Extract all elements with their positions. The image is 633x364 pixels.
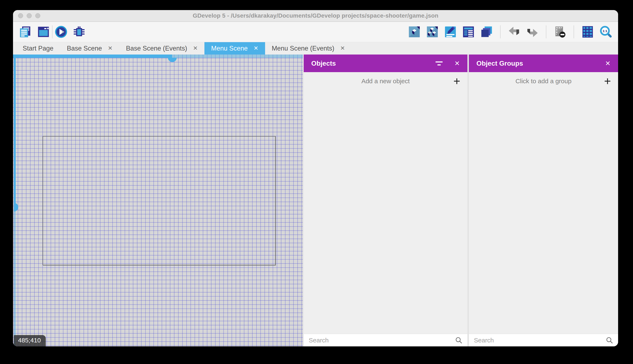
groups-searchbar: [469, 334, 618, 346]
game-window-frame: [43, 136, 275, 265]
toolbar-right-group: 1:1: [408, 25, 612, 38]
scene-canvas[interactable]: 485;410: [13, 54, 303, 346]
groups-list-empty: [469, 90, 618, 334]
properties-icon[interactable]: [444, 25, 457, 38]
toolbar-left-group: [19, 25, 50, 38]
add-object-button[interactable]: +: [453, 75, 460, 87]
project-manager-icon[interactable]: [19, 25, 32, 38]
toolbar-separator: [574, 25, 574, 38]
editor-tabbar: Start Page Base Scene ✕ Base Scene (Even…: [13, 42, 618, 54]
add-object-row[interactable]: Add a new object +: [304, 72, 467, 90]
objects-searchbar: [304, 334, 467, 346]
window-mask-icon[interactable]: [553, 25, 566, 38]
layers-icon[interactable]: [480, 25, 493, 38]
window-title: GDevelop 5 - /Users/dkarakay/Documents/G…: [193, 12, 438, 19]
horizontal-scrollbar-filled[interactable]: [13, 54, 172, 58]
undo-icon[interactable]: [508, 25, 521, 38]
tab-start-page[interactable]: Start Page: [16, 42, 60, 54]
cursor-coordinates-badge: 485;410: [14, 335, 46, 346]
tab-close-icon[interactable]: ✕: [253, 46, 258, 51]
editor-content: 485;410 Objects ✕ Add a new object +: [13, 54, 618, 346]
traffic-lights: [18, 13, 40, 18]
gdevelop-window: GDevelop 5 - /Users/dkarakay/Documents/G…: [13, 10, 618, 346]
objects-search-input[interactable]: [308, 336, 452, 344]
zoom-level-label: 1:1: [602, 29, 607, 33]
objects-panel: Objects ✕ Add a new object +: [304, 54, 467, 346]
tab-close-icon[interactable]: ✕: [108, 46, 113, 51]
objects-list-empty: [304, 90, 467, 334]
tab-menu-scene[interactable]: Menu Scene ✕: [204, 42, 265, 54]
titlebar[interactable]: GDevelop 5 - /Users/dkarakay/Documents/G…: [13, 10, 618, 22]
tab-label: Base Scene (Events): [126, 45, 187, 52]
maximize-window-button[interactable]: [35, 13, 40, 18]
tab-label: Start Page: [23, 45, 53, 52]
add-object-label: Add a new object: [304, 78, 467, 85]
main-toolbar: 1:1: [13, 22, 618, 42]
grid-icon[interactable]: [581, 25, 594, 38]
objects-panel-title: Objects: [311, 60, 436, 67]
add-group-row[interactable]: Click to add a group +: [469, 72, 618, 90]
zoom-original-icon[interactable]: 1:1: [599, 25, 612, 38]
toolbar-separator: [52, 25, 53, 38]
vertical-scrollbar-filled[interactable]: [14, 58, 16, 203]
add-group-label: Click to add a group: [469, 78, 618, 85]
tab-label: Menu Scene: [211, 45, 248, 52]
filter-icon[interactable]: [436, 62, 443, 66]
tab-close-icon[interactable]: ✕: [193, 46, 198, 51]
object-groups-panel-header: Object Groups ✕: [469, 54, 618, 72]
tab-label: Menu Scene (Events): [272, 45, 334, 52]
objects-editor-icon[interactable]: [408, 25, 421, 38]
toolbar-run-group: [55, 25, 86, 38]
close-window-button[interactable]: [18, 13, 23, 18]
groups-search-input[interactable]: [473, 336, 602, 344]
object-groups-panel-title: Object Groups: [476, 60, 605, 67]
toolbar-separator: [546, 25, 546, 38]
redo-icon[interactable]: [526, 25, 539, 38]
tab-close-icon[interactable]: ✕: [340, 46, 345, 51]
tab-base-scene[interactable]: Base Scene ✕: [60, 42, 119, 54]
add-group-button[interactable]: +: [604, 75, 611, 87]
play-icon[interactable]: [55, 25, 68, 38]
panel-divider[interactable]: [467, 54, 469, 346]
close-icon[interactable]: ✕: [454, 60, 460, 67]
debug-icon[interactable]: [73, 25, 86, 38]
toolbar-separator: [500, 25, 501, 38]
instances-list-icon[interactable]: [462, 25, 475, 38]
horizontal-scrollbar-knob[interactable]: [168, 58, 177, 62]
tab-label: Base Scene: [67, 45, 102, 52]
objects-panel-header: Objects ✕: [304, 54, 467, 72]
object-groups-panel: Object Groups ✕ Click to add a group +: [469, 54, 618, 346]
tab-menu-scene-events[interactable]: Menu Scene (Events) ✕: [265, 42, 352, 54]
close-icon[interactable]: ✕: [605, 60, 610, 67]
open-scene-icon[interactable]: [37, 25, 50, 38]
search-icon: [605, 336, 613, 344]
object-groups-editor-icon[interactable]: [426, 25, 439, 38]
minimize-window-button[interactable]: [27, 13, 32, 18]
vertical-scrollbar-knob[interactable]: [14, 203, 18, 212]
search-icon: [455, 336, 463, 344]
tab-base-scene-events[interactable]: Base Scene (Events) ✕: [119, 42, 204, 54]
